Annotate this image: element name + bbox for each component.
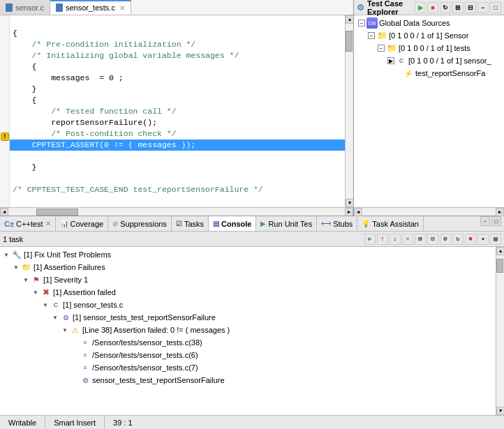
code-line: { [13, 62, 37, 71]
toolbar-expand-btn[interactable]: ⊞ [452, 2, 464, 13]
test-explorer-tree: − DB Global Data Sources − 📁 [0 1 0 0 / … [354, 15, 504, 207]
tab-run-unit-test[interactable]: ▶ Run Unit Tes [256, 216, 317, 231]
editor-hscrollbar[interactable]: ◀ ▶ [0, 207, 353, 216]
code-editor[interactable]: { /* Pre-condition initialization */ /* … [10, 15, 345, 207]
list-item-line38[interactable]: ▼ ⚠ [Line 38] Assertion failed: 0 != ( m… [1, 324, 494, 336]
tab-close-icon[interactable]: ✕ [119, 4, 125, 12]
minimize-console-btn[interactable]: − [480, 216, 490, 226]
expand-sensor[interactable]: − [368, 32, 375, 39]
tab-sensor-c[interactable]: sensor.c [0, 0, 50, 15]
list-item-path-6[interactable]: ▶ ≡ /Sensor/tests/sensor_tests.c(6) [1, 349, 494, 361]
tab-console[interactable]: ▤ Console [209, 216, 256, 231]
tab-label: Task Assistan [372, 220, 419, 228]
hscroll-track[interactable] [8, 209, 345, 216]
expand-icon: ▼ [52, 314, 59, 321]
expand-tests[interactable]: − [378, 45, 385, 52]
code-line: /* Post-condition check */ [13, 129, 177, 138]
status-bar: Writable Smart Insert 39 : 1 [0, 415, 504, 429]
list-item-fix[interactable]: ▼ 🔧 [1] Fix Unit Test Problems [1, 248, 494, 261]
toolbar-run-btn[interactable]: ▶ [415, 2, 426, 13]
toolbar-btn-7[interactable]: ⚙ [440, 234, 451, 245]
expand-global[interactable]: − [358, 20, 365, 27]
toolbar-btn-6[interactable]: ⊟ [427, 234, 438, 245]
tab-close-icon[interactable]: ✕ [45, 220, 51, 227]
test-explorer-header: ⚙ Test Case Explorer ▶ ■ ↻ ⊞ ⊟ − □ [354, 0, 504, 15]
tab-task-assistant[interactable]: 💡 Task Assistan [357, 216, 424, 231]
bottom-panel: C± C++test ✕ 📊 Coverage ⊘ Suppressions ☑… [0, 216, 504, 429]
toolbar-refresh-btn[interactable]: ↻ [440, 2, 451, 13]
code-line: } [13, 84, 37, 93]
scroll-up-btn[interactable]: ▲ [346, 15, 353, 24]
toolbar-btn-3[interactable]: ↓ [390, 234, 401, 245]
toolbar-btn-10[interactable]: ✦ [477, 234, 489, 245]
suppress-icon: ⊘ [112, 220, 118, 227]
tree-item-global[interactable]: − DB Global Data Sources [355, 17, 503, 29]
item-label: [1] sensor_tests.c [63, 301, 123, 309]
toolbar-btn-2[interactable]: ↑ [377, 234, 388, 245]
maximize-console-btn[interactable]: □ [491, 216, 501, 226]
toolbar-maximize-btn[interactable]: □ [490, 2, 501, 13]
console-vscrollbar[interactable]: ▲ ▼ [496, 247, 504, 415]
list-item-test-func[interactable]: ▼ ⚙ [1] sensor_tests_test_reportSensorFa… [1, 311, 494, 324]
tree-item-sensor-file[interactable]: ▶ C [0 1 0 0 / 1 of 1] sensor_ [355, 54, 503, 67]
db-icon: DB [366, 17, 378, 29]
expand-sensor-file[interactable]: ▶ [387, 57, 394, 64]
scroll-thumb[interactable] [346, 31, 353, 52]
scroll-down-btn[interactable]: ▼ [496, 407, 504, 415]
tab-sensor-tests-c[interactable]: sensor_tests.c ✕ [50, 0, 131, 15]
tab-stubs[interactable]: ⟷ Stubs [317, 216, 357, 231]
tree-label: test_reportSensorFa [415, 69, 485, 77]
te-scroll-right[interactable]: ▶ [496, 208, 504, 216]
list-item-severity[interactable]: ▼ ⚑ [1] Severity 1 [1, 273, 494, 286]
toolbar-btn-1[interactable]: ▶ [364, 234, 376, 245]
tab-tasks[interactable]: ☑ Tasks [172, 216, 209, 231]
tab-label: sensor_tests.c [66, 3, 115, 12]
tab-suppressions[interactable]: ⊘ Suppressions [108, 216, 172, 231]
te-scroll-left[interactable]: ◀ [354, 208, 362, 216]
toolbar-minimize-btn[interactable]: − [477, 2, 489, 13]
toolbar-collapse-btn[interactable]: ⊟ [465, 2, 476, 13]
warning-icon: ⚠ [70, 324, 81, 336]
tab-label: sensor.c [15, 3, 44, 12]
tree-label: [0 1 0 0 / 1 of 1] tests [399, 44, 470, 52]
list-item-sensor-tests-file[interactable]: ▼ C [1] sensor_tests.c [1, 299, 494, 311]
te-hscrollbar[interactable]: ◀ ▶ [354, 207, 504, 216]
toolbar-btn-9[interactable]: ■ [465, 234, 476, 245]
scroll-track[interactable] [346, 24, 353, 199]
toolbar-btn-5[interactable]: ⊞ [415, 234, 426, 245]
tab-coverage[interactable]: 📊 Coverage [56, 216, 109, 231]
tab-label: C++test [16, 220, 43, 228]
hscroll-thumb[interactable] [36, 209, 78, 216]
wrench-icon: 🔧 [11, 249, 22, 260]
te-scroll-track[interactable] [362, 208, 496, 216]
scroll-down-btn[interactable]: ▼ [346, 199, 353, 207]
scroll-right-btn[interactable]: ▶ [345, 208, 353, 216]
list-item-path-38[interactable]: ▶ ≡ /Sensor/tests/sensor_tests.c(38) [1, 336, 494, 349]
scroll-left-btn[interactable]: ◀ [0, 208, 8, 216]
editor-vscrollbar[interactable]: ▲ ▼ [345, 15, 353, 207]
scroll-track[interactable] [496, 255, 504, 407]
run-icon: ▶ [260, 220, 266, 227]
list-item-assertion-failures[interactable]: ▼ 📁 [1] Assertion Failures [1, 261, 494, 273]
line-icon: ≡ [80, 362, 91, 373]
toolbar-stop-btn[interactable]: ■ [427, 2, 438, 13]
list-item-path-7[interactable]: ▶ ≡ /Sensor/tests/sensor_tests.c(7) [1, 361, 494, 374]
list-item-assert-failed[interactable]: ▼ ✖ [1] Assertion failed [1, 286, 494, 299]
expand-icon: ▼ [61, 326, 68, 333]
test-explorer-title: Test Case Explorer [367, 0, 412, 16]
item-label: sensor_tests_test_reportSensorFailure [92, 376, 225, 384]
toolbar-btn-11[interactable]: ▤ [490, 234, 501, 245]
code-line: { [13, 96, 37, 105]
item-label: /Sensor/tests/sensor_tests.c(38) [92, 338, 202, 347]
tab-cpptest[interactable]: C± C++test ✕ [0, 216, 56, 231]
writable-label: Writable [8, 419, 36, 427]
scroll-up-btn[interactable]: ▲ [496, 247, 504, 255]
toolbar-btn-8[interactable]: ↻ [452, 234, 464, 245]
scroll-thumb[interactable] [496, 259, 503, 273]
tree-item-sensor[interactable]: − 📁 [0 1 0 0 / 1 of 1] Sensor [355, 29, 503, 42]
tab-label: Coverage [71, 220, 104, 228]
list-item-func2[interactable]: ▶ ⚙ sensor_tests_test_reportSensorFailur… [1, 374, 494, 386]
toolbar-btn-4[interactable]: ✕ [402, 234, 413, 245]
tree-item-tests[interactable]: − 📁 [0 1 0 0 / 1 of 1] tests [355, 42, 503, 54]
tree-item-test-func[interactable]: ▶ ⚡ test_reportSensorFa [355, 67, 503, 80]
